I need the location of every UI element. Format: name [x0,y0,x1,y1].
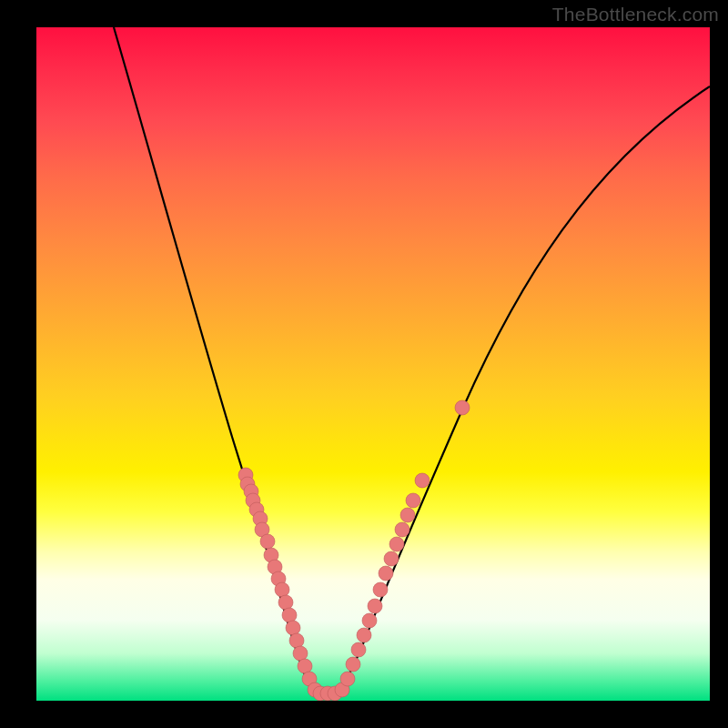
data-marker [340,672,355,686]
data-marker [298,659,312,673]
marker-group [238,400,470,701]
data-marker [357,628,371,642]
data-marker [289,633,304,648]
data-marker [346,657,360,672]
data-marker [260,534,275,549]
data-marker [379,566,393,581]
bottleneck-curve [114,27,710,693]
data-marker [415,473,430,488]
data-marker [275,582,289,597]
data-marker [368,599,382,613]
data-marker [278,595,293,610]
data-marker [400,508,415,522]
data-marker [351,642,366,657]
data-marker [389,537,404,551]
data-marker [362,613,377,628]
data-marker [282,608,297,622]
data-marker [286,621,300,635]
data-marker [395,522,410,537]
data-marker [373,582,388,597]
data-marker [455,400,470,415]
plot-area [36,27,710,701]
data-marker [406,493,420,508]
watermark-text: TheBottleneck.com [552,4,719,25]
chart-svg [36,27,710,701]
data-marker [293,646,308,661]
data-marker [384,551,399,566]
chart-frame: TheBottleneck.com [0,0,728,728]
